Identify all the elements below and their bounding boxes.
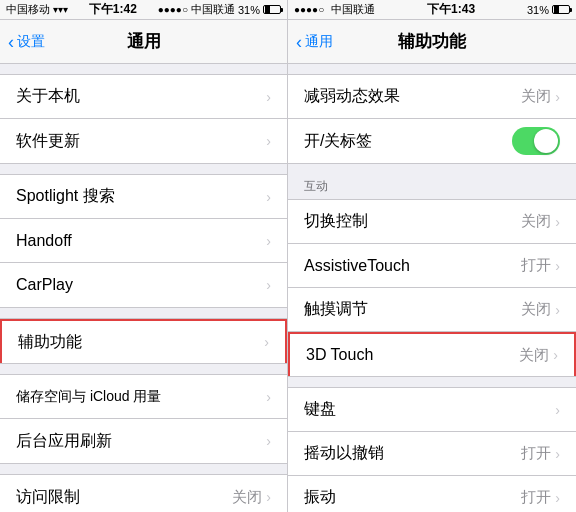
toggle-switch-btn[interactable]: [512, 127, 560, 155]
accessibility-list: 减弱动态效果 关闭 › 开/关标签 互动: [288, 64, 576, 512]
nav-bar-general: ‹ 设置 通用: [0, 20, 287, 64]
nav-bar-accessibility: ‹ 通用 辅助功能: [288, 20, 576, 64]
chevron-keyboard: ›: [555, 402, 560, 418]
status-bar-2: ●●●●○ 中国联通 下午1:43 31%: [288, 0, 576, 20]
section-general-2: Spotlight 搜索 › Handoff › CarPlay ›: [0, 174, 287, 308]
chevron-spotlight: ›: [266, 189, 271, 205]
battery-pct-1: 31%: [238, 4, 260, 16]
reduce-motion-value: 关闭: [521, 87, 551, 106]
status-bar-1: 中国移动 ▾▾▾ 下午1:42 ●●●●○ 中国联通 31%: [0, 0, 287, 20]
chevron-assistive: ›: [555, 258, 560, 274]
shake-undo-value: 打开: [521, 444, 551, 463]
item-shake-undo[interactable]: 摇动以撤销 打开 ›: [288, 432, 576, 476]
status-right-2: 31%: [527, 4, 570, 16]
chevron-handoff: ›: [266, 233, 271, 249]
chevron-about: ›: [266, 89, 271, 105]
section-header-interaction: 互动: [288, 174, 576, 199]
item-storage[interactable]: 储存空间与 iCloud 用量 ›: [0, 375, 287, 419]
back-label-acc: 通用: [305, 33, 333, 51]
item-handoff[interactable]: Handoff ›: [0, 219, 287, 263]
time-1: 下午1:42: [89, 1, 137, 18]
list-group-2: Spotlight 搜索 › Handoff › CarPlay ›: [0, 174, 287, 308]
section-acc-interaction: 互动 切换控制 关闭 › AssistiveTouch 打开 ›: [288, 174, 576, 377]
carrier2-1: 中国联通: [191, 2, 235, 17]
list-group-keyboard: 键盘 › 摇动以撤销 打开 › 振动 打开 ›: [288, 387, 576, 512]
chevron-carplay: ›: [266, 277, 271, 293]
general-list: 关于本机 › 软件更新 › Spotlight 搜索 › Handoff ›: [0, 64, 287, 512]
signal-2-1: ●●●●○: [158, 4, 188, 15]
switch-control-value: 关闭: [521, 212, 551, 231]
item-restrictions[interactable]: 访问限制 关闭 ›: [0, 475, 287, 512]
item-accessibility[interactable]: 辅助功能 ›: [0, 319, 287, 363]
restrictions-value: 关闭: [232, 488, 262, 507]
status-left-1: 中国移动 ▾▾▾: [6, 2, 68, 17]
status-left-2: ●●●●○ 中国联通: [294, 2, 375, 17]
chevron-touch-adj: ›: [555, 302, 560, 318]
section-acc-vision: 减弱动态效果 关闭 › 开/关标签: [288, 74, 576, 164]
section-acc-keyboard: 键盘 › 摇动以撤销 打开 › 振动 打开 ›: [288, 387, 576, 512]
chevron-shake: ›: [555, 446, 560, 462]
back-arrow-icon-acc: ‹: [296, 33, 302, 51]
status-right-1: ●●●●○ 中国联通 31%: [158, 2, 281, 17]
back-button-general[interactable]: ‹ 设置: [8, 33, 45, 51]
item-switch-btn-toggle[interactable]: 开/关标签: [288, 119, 576, 163]
panel-accessibility: ●●●●○ 中国联通 下午1:43 31% ‹ 通用 辅助功能 减弱动态效果 关…: [288, 0, 576, 512]
toggle-knob: [534, 129, 558, 153]
assistive-touch-value: 打开: [521, 256, 551, 275]
chevron-vibration: ›: [555, 490, 560, 506]
list-group-4: 储存空间与 iCloud 用量 › 后台应用刷新 ›: [0, 374, 287, 464]
panel-general: 中国移动 ▾▾▾ 下午1:42 ●●●●○ 中国联通 31% ‹ 设置 通用 关…: [0, 0, 288, 512]
item-about[interactable]: 关于本机 ›: [0, 75, 287, 119]
item-background[interactable]: 后台应用刷新 ›: [0, 419, 287, 463]
3d-touch-value: 关闭: [519, 346, 549, 365]
carrier2-2: 中国联通: [331, 2, 375, 17]
chevron-restrictions: ›: [266, 489, 271, 505]
item-touch-adjust[interactable]: 触摸调节 关闭 ›: [288, 288, 576, 332]
chevron-switch-ctrl: ›: [555, 214, 560, 230]
battery-pct-2: 31%: [527, 4, 549, 16]
back-arrow-icon-general: ‹: [8, 33, 14, 51]
chevron-accessibility: ›: [264, 334, 269, 350]
chevron-reduce-motion: ›: [555, 89, 560, 105]
chevron-background: ›: [266, 433, 271, 449]
battery-icon-1: [263, 5, 281, 14]
chevron-software: ›: [266, 133, 271, 149]
item-reduce-motion[interactable]: 减弱动态效果 关闭 ›: [288, 75, 576, 119]
item-3d-touch[interactable]: 3D Touch 关闭 ›: [288, 332, 576, 376]
section-general-4: 储存空间与 iCloud 用量 › 后台应用刷新 ›: [0, 374, 287, 464]
touch-adjust-value: 关闭: [521, 300, 551, 319]
list-group-5: 访问限制 关闭 ›: [0, 474, 287, 512]
item-carplay[interactable]: CarPlay ›: [0, 263, 287, 307]
chevron-3d-touch: ›: [553, 347, 558, 363]
list-group-interaction: 切换控制 关闭 › AssistiveTouch 打开 › 触摸调节: [288, 199, 576, 377]
list-group-3: 辅助功能 ›: [0, 318, 287, 364]
time-2: 下午1:43: [427, 1, 475, 18]
item-vibration[interactable]: 振动 打开 ›: [288, 476, 576, 512]
chevron-storage: ›: [266, 389, 271, 405]
item-switch-control[interactable]: 切换控制 关闭 ›: [288, 200, 576, 244]
signal-bars-2: ●●●●○: [294, 4, 324, 15]
nav-title-accessibility: 辅助功能: [398, 30, 466, 53]
back-label-general: 设置: [17, 33, 45, 51]
section-general-5: 访问限制 关闭 ›: [0, 474, 287, 512]
item-keyboard[interactable]: 键盘 ›: [288, 388, 576, 432]
battery-icon-2: [552, 5, 570, 14]
back-button-accessibility[interactable]: ‹ 通用: [296, 33, 333, 51]
carrier-1: 中国移动: [6, 2, 50, 17]
list-group-top: 关于本机 › 软件更新 ›: [0, 74, 287, 164]
section-general-main: 关于本机 › 软件更新 ›: [0, 74, 287, 164]
signal-wifi-1: ▾▾▾: [53, 4, 68, 15]
list-group-vision: 减弱动态效果 关闭 › 开/关标签: [288, 74, 576, 164]
item-software-update[interactable]: 软件更新 ›: [0, 119, 287, 163]
item-assistive-touch[interactable]: AssistiveTouch 打开 ›: [288, 244, 576, 288]
item-spotlight[interactable]: Spotlight 搜索 ›: [0, 175, 287, 219]
nav-title-general: 通用: [127, 30, 161, 53]
section-general-3: 辅助功能 ›: [0, 318, 287, 364]
vibration-value: 打开: [521, 488, 551, 507]
